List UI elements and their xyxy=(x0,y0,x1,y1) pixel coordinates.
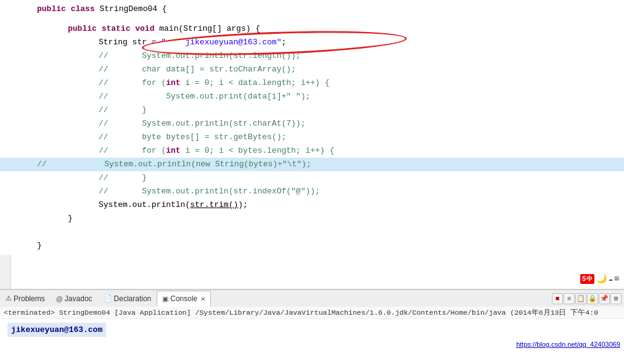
code-line: // System.out.print(data[i]+" "); xyxy=(37,90,624,103)
console-output-line: jikexueyuan@163.com xyxy=(0,319,624,341)
cloud-icon[interactable]: ☁ xyxy=(609,274,613,283)
code-line: // System.out.println(str.charAt(7)); xyxy=(37,117,624,131)
problems-icon: ⚠ xyxy=(6,294,12,302)
tab-console-label: Console xyxy=(170,294,197,303)
code-line: // for (int i = 0; i < data.length; i++)… xyxy=(37,76,624,90)
code-line xyxy=(37,225,624,239)
code-line: System.out.println(str.trim()); xyxy=(37,198,624,212)
code-line: String str = " jikexueyuan@163.com"; xyxy=(37,36,624,49)
editor-container: -4 public class StringDemo04 { public st… xyxy=(0,0,624,364)
maximize-button[interactable]: ⊞ xyxy=(610,293,622,304)
lock-scroll-button[interactable]: 🔒 xyxy=(587,293,598,304)
tab-console[interactable]: ▣ Console ✕ xyxy=(157,291,211,307)
code-line: // byte bytes[] = str.getBytes(); xyxy=(37,131,624,144)
code-line-highlighted: // System.out.println(new String(bytes)+… xyxy=(0,158,624,171)
console-link: https://blog.csdn.net/qq_42403069 xyxy=(0,341,624,348)
code-lines: public class StringDemo04 { public stati… xyxy=(0,0,624,255)
editor-icons: S中 🌙 ☁ ⊞ xyxy=(580,273,619,284)
code-line xyxy=(37,16,624,22)
tab-problems-label: Problems xyxy=(14,294,45,303)
sogou-icon[interactable]: S中 xyxy=(580,274,594,284)
terminate-all-button[interactable]: ■ xyxy=(564,293,575,304)
tab-declaration-label: Declaration xyxy=(114,294,152,303)
terminate-button[interactable]: ■ xyxy=(552,293,563,304)
console-toolbar-icons: ■ ■ 📋 🔒 📌 ⊞ xyxy=(552,293,624,304)
console-terminated-line: <terminated> StringDemo04 [Java Applicat… xyxy=(0,307,624,319)
console-icon: ▣ xyxy=(162,295,168,303)
tab-javadoc[interactable]: @ Javadoc xyxy=(51,291,98,307)
code-editor: -4 public class StringDemo04 { public st… xyxy=(0,0,624,289)
code-line: // System.out.println(str.length()); xyxy=(37,49,624,63)
console-area: <terminated> StringDemo04 [Java Applicat… xyxy=(0,307,624,364)
pin-button[interactable]: 📌 xyxy=(599,293,610,304)
tab-problems[interactable]: ⚠ Problems xyxy=(0,291,51,307)
csdn-link[interactable]: https://blog.csdn.net/qq_42403069 xyxy=(516,341,620,348)
code-line: // } xyxy=(37,171,624,185)
code-line: } xyxy=(37,239,624,253)
clear-console-button[interactable]: 📋 xyxy=(575,293,586,304)
tab-declaration[interactable]: 📄 Declaration xyxy=(98,291,157,307)
tab-javadoc-label: Javadoc xyxy=(65,294,92,303)
javadoc-icon: @ xyxy=(56,295,63,302)
bottom-tab-bar: ⚠ Problems @ Javadoc 📄 Declaration ▣ Con… xyxy=(0,289,624,307)
code-line: // System.out.println(str.indexOf("@")); xyxy=(37,185,624,198)
code-line: // for (int i = 0; i < bytes.length; i++… xyxy=(37,144,624,158)
console-close-btn[interactable]: ✕ xyxy=(200,296,205,302)
code-line: // char data[] = str.toCharArray(); xyxy=(37,63,624,76)
moon-icon[interactable]: 🌙 xyxy=(596,273,607,284)
grid-icon[interactable]: ⊞ xyxy=(615,274,619,283)
code-line: public static void main(String[] args) { xyxy=(37,22,624,36)
code-line: public class StringDemo04 { xyxy=(37,2,624,16)
declaration-icon: 📄 xyxy=(104,294,112,302)
code-line: } xyxy=(37,212,624,225)
code-line: // } xyxy=(37,103,624,117)
console-output-text: jikexueyuan@163.com xyxy=(7,323,106,337)
